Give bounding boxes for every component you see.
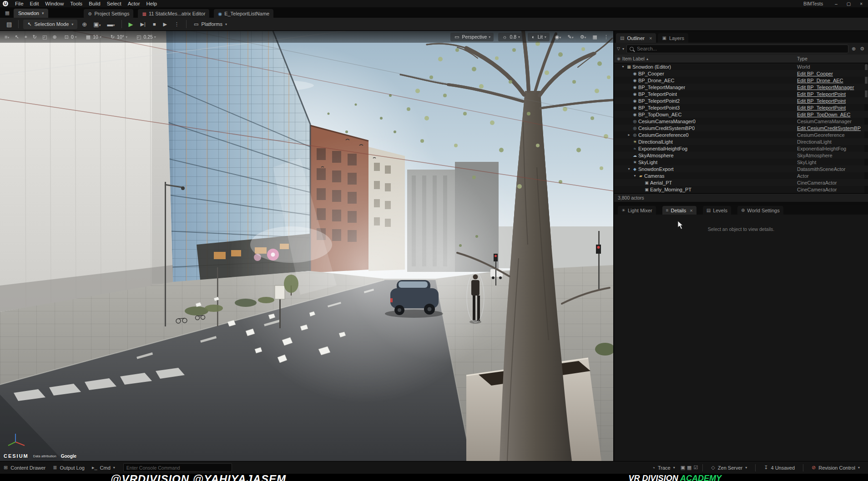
outliner-row[interactable]: BP_Drone_AEC Edit BP_Drone_AEC	[614, 77, 868, 84]
outliner-item-type[interactable]: Edit BP_Cooper	[797, 71, 866, 76]
screenshot-icon[interactable]: ▣	[681, 465, 685, 471]
chevron-down-icon[interactable]: ▾	[622, 47, 624, 51]
play-options-icon[interactable]: ⋮	[172, 21, 182, 27]
platforms-dropdown[interactable]: ▭ Platforms ▾	[191, 21, 230, 27]
expander-icon[interactable]	[621, 65, 626, 69]
menu-item[interactable]: Actor	[125, 1, 143, 6]
search-box[interactable]	[626, 45, 848, 53]
more-options-icon[interactable]: ⋮	[603, 34, 610, 40]
show-flags-icon[interactable]: ◉▾	[554, 34, 562, 40]
zen-server-dropdown[interactable]: ◇ Zen Server ▾	[707, 465, 751, 471]
tab-snowdon-level[interactable]: Snowdon ▾	[14, 9, 48, 18]
close-icon[interactable]: ×	[860, 1, 863, 6]
outliner-settings-icon[interactable]: ⚙	[859, 46, 865, 52]
outliner-row[interactable]: SkyLight SkyLight	[614, 159, 868, 165]
outliner-item-type[interactable]: Actor	[797, 173, 866, 179]
maximize-icon[interactable]: ▢	[847, 1, 851, 6]
expander-icon[interactable]	[626, 167, 631, 171]
search-input[interactable]	[636, 45, 845, 52]
grid-snap-control[interactable]: ▦ 10▾	[83, 33, 104, 41]
output-log-button[interactable]: ≣ Output Log	[49, 465, 88, 471]
outliner-row[interactable]: ExponentialHeightFog ExponentialHeightFo…	[614, 145, 868, 152]
move-tool-icon[interactable]: ⌖	[24, 34, 28, 40]
outliner-row[interactable]: Cameras Actor	[614, 172, 868, 179]
outliner-row[interactable]: CesiumCreditSystemBP0 Edit CesiumCreditS…	[614, 125, 868, 131]
outliner-item-type[interactable]: Edit BP_TeleportPoint	[797, 98, 866, 104]
menu-grid-icon[interactable]: ▦	[3, 9, 12, 17]
outliner-row[interactable]: BP_TeleportManager Edit BP_TeleportManag…	[614, 84, 868, 90]
tab-outliner[interactable]: ▤ Outliner ×	[616, 33, 656, 43]
outliner-column-header[interactable]: ◉ Item Label ▴ Type	[614, 55, 868, 63]
stop-button[interactable]: ■	[151, 21, 158, 27]
select-tool-icon[interactable]: ↖	[14, 34, 20, 40]
level-viewport[interactable]: ≡▾ ↖ ⌖ ↻ ◰ ⊕ ⊡ 0▾ ▦ 10▾ ↻ 10°▾ ◰ 0.25▾ ▭…	[0, 31, 613, 461]
outliner-row[interactable]: DirectionalLight DirectionalLight	[614, 138, 868, 145]
outliner-row[interactable]: BP_Cooper Edit BP_Cooper	[614, 70, 868, 77]
filter-icon[interactable]: ▽	[617, 46, 620, 51]
cmd-dropdown[interactable]: ▸_ Cmd ▾	[88, 465, 119, 471]
chevron-down-icon[interactable]: ▾	[42, 11, 44, 15]
menu-item[interactable]: Edit	[27, 1, 42, 6]
outliner-row[interactable]: Aerial_PT CineCameraActor	[614, 179, 868, 186]
play-button[interactable]: ▶	[126, 21, 136, 28]
outliner-item-type[interactable]: DirectionalLight	[797, 139, 866, 145]
menu-item[interactable]: Select	[104, 1, 125, 6]
outliner-item-type[interactable]: Edit BP_Drone_AEC	[797, 78, 866, 83]
outliner-row[interactable]: SnowdonExport DatasmithSceneActor	[614, 165, 868, 172]
menu-item[interactable]: Window	[42, 1, 67, 6]
outliner-row[interactable]: Snowdon (Editor) World	[614, 63, 868, 70]
data-attribution-link[interactable]: Data attribution	[33, 454, 56, 458]
launch-button[interactable]: ▶	[161, 21, 169, 27]
outliner-row[interactable]: CesiumCameraManager0 CesiumCameraManager	[614, 118, 868, 125]
outliner-item-type[interactable]: SkyLight	[797, 160, 866, 165]
column-item-label[interactable]: Item Label	[622, 56, 645, 61]
outliner-item-type[interactable]: DatasmithSceneActor	[797, 166, 866, 172]
outliner-row[interactable]: BP_TeleportPoint2 Edit BP_TeleportPoint	[614, 97, 868, 104]
maximize-viewport-icon[interactable]: ▦	[592, 34, 598, 40]
menu-item[interactable]: Help	[143, 1, 161, 6]
asset-tab[interactable]: Project Settings	[84, 9, 133, 18]
viewmode-brush-icon[interactable]: ✎▾	[566, 34, 574, 40]
details-panel-tab[interactable]: ⊕ World Settings ×	[737, 206, 783, 215]
menu-item[interactable]: Tools	[67, 1, 86, 6]
close-icon[interactable]: ×	[690, 208, 692, 213]
cinematics-icon[interactable]: ▬▾	[106, 21, 117, 28]
outliner-row[interactable]: SkyAtmosphere SkyAtmosphere	[614, 152, 868, 159]
outliner-item-type[interactable]: Edit BP_TeleportPoint	[797, 91, 866, 97]
perspective-dropdown[interactable]: ▭ Perspective▾	[450, 33, 494, 41]
tab-layers[interactable]: ▣ Layers	[658, 33, 688, 43]
console-command-input[interactable]	[123, 463, 232, 472]
outliner-item-type[interactable]: CineCameraActor	[797, 187, 866, 192]
outliner-row[interactable]: Early_Morning_PT CineCameraActor	[614, 186, 868, 193]
minimize-icon[interactable]: –	[835, 1, 838, 6]
cesium-logo[interactable]: CESIUM	[4, 453, 29, 459]
asset-tab[interactable]: 11 StaticMes...atrix Editor	[138, 9, 209, 18]
validation-check-icon[interactable]: ☑	[693, 465, 698, 471]
menu-item[interactable]: Build	[86, 1, 104, 6]
trace-dropdown[interactable]: ◔ Trace ▾	[648, 465, 678, 471]
add-actor-icon[interactable]: ⊕	[80, 21, 89, 28]
column-type[interactable]: Type	[797, 56, 807, 61]
outliner-item-type[interactable]: SkyAtmosphere	[797, 153, 866, 158]
outliner-item-type[interactable]: ExponentialHeightFog	[797, 146, 866, 151]
outliner-item-type[interactable]: Edit BP_TeleportManager	[797, 85, 866, 90]
outliner-row[interactable]: BP_TopDown_AEC Edit BP_TopDown_AEC	[614, 111, 868, 118]
media-icon[interactable]: ▦	[687, 465, 691, 471]
outliner-item-type[interactable]: CesiumCameraManager	[797, 119, 866, 124]
exposure-control[interactable]: ☼ 0.8▾	[498, 33, 523, 41]
save-icon[interactable]: ▤	[5, 21, 14, 28]
outliner-item-type[interactable]: CesiumGeoreference	[797, 132, 866, 138]
blueprints-icon[interactable]: ▣▾	[91, 21, 102, 28]
outliner-item-type[interactable]: Edit BP_TopDown_AEC	[797, 112, 866, 117]
viewport-options-icon[interactable]: ≡▾	[4, 34, 10, 40]
outliner-item-type[interactable]: CineCameraActor	[797, 180, 866, 185]
outliner-row[interactable]: BP_TeleportPoint Edit BP_TeleportPoint	[614, 90, 868, 97]
selection-mode-dropdown[interactable]: ↖ Selection Mode ▾	[23, 20, 77, 29]
outliner-item-type[interactable]: Edit BP_TeleportPoint	[797, 105, 866, 110]
asset-tab[interactable]: E_TeleportListName	[214, 9, 273, 18]
world-coordinate-icon[interactable]: ⊕	[51, 34, 57, 40]
viewport-settings-icon[interactable]: ⚙▾	[579, 34, 587, 40]
rotate-tool-icon[interactable]: ↻	[32, 34, 38, 40]
unsaved-changes-button[interactable]: ↧ 4 Unsaved	[760, 465, 798, 471]
outliner-item-type[interactable]: World	[797, 64, 866, 70]
